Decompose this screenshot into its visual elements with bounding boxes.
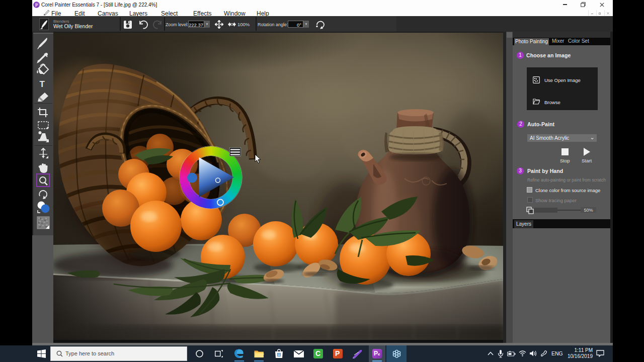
svg-text:P: P	[35, 3, 38, 8]
svg-text:T: T	[40, 79, 45, 89]
